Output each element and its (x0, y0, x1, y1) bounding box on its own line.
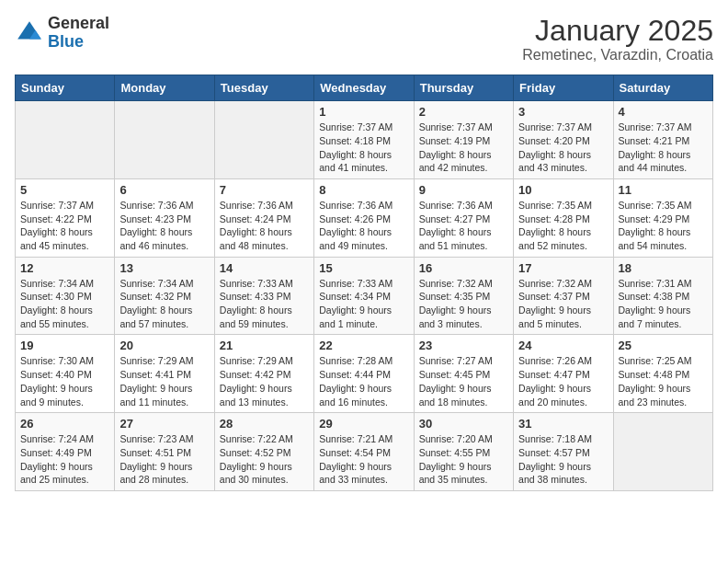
day-number: 28 (220, 417, 309, 431)
day-number: 31 (518, 417, 608, 431)
day-cell: 3Sunrise: 7:37 AM Sunset: 4:20 PM Daylig… (514, 101, 613, 179)
day-number: 5 (20, 183, 109, 197)
title-block: January 2025 Remetinec, Varazdin, Croati… (522, 15, 713, 63)
day-number: 9 (419, 183, 508, 197)
calendar-subtitle: Remetinec, Varazdin, Croatia (522, 47, 713, 63)
day-cell: 9Sunrise: 7:36 AM Sunset: 4:27 PM Daylig… (414, 178, 513, 257)
day-info: Sunrise: 7:30 AM Sunset: 4:40 PM Dayligh… (20, 354, 109, 408)
day-cell: 15Sunrise: 7:33 AM Sunset: 4:34 PM Dayli… (314, 257, 414, 335)
day-cell (613, 413, 712, 491)
week-row-2: 5Sunrise: 7:37 AM Sunset: 4:22 PM Daylig… (16, 178, 713, 257)
day-number: 8 (319, 183, 408, 197)
day-info: Sunrise: 7:29 AM Sunset: 4:42 PM Dayligh… (220, 354, 309, 408)
logo-general: General (48, 15, 109, 33)
day-info: Sunrise: 7:37 AM Sunset: 4:20 PM Dayligh… (518, 121, 608, 175)
day-info: Sunrise: 7:36 AM Sunset: 4:26 PM Dayligh… (319, 199, 408, 253)
day-cell: 12Sunrise: 7:34 AM Sunset: 4:30 PM Dayli… (16, 257, 115, 335)
day-info: Sunrise: 7:36 AM Sunset: 4:23 PM Dayligh… (119, 199, 209, 253)
day-cell: 2Sunrise: 7:37 AM Sunset: 4:19 PM Daylig… (414, 101, 513, 179)
week-row-3: 12Sunrise: 7:34 AM Sunset: 4:30 PM Dayli… (16, 257, 713, 335)
day-cell (115, 101, 214, 179)
day-number: 22 (319, 339, 408, 352)
logo: General Blue (15, 15, 109, 52)
day-number: 17 (518, 261, 608, 275)
day-info: Sunrise: 7:33 AM Sunset: 4:34 PM Dayligh… (319, 277, 408, 331)
logo-blue: Blue (48, 33, 109, 52)
week-row-1: 1Sunrise: 7:37 AM Sunset: 4:18 PM Daylig… (16, 101, 713, 179)
day-cell: 29Sunrise: 7:21 AM Sunset: 4:54 PM Dayli… (314, 413, 414, 491)
header-cell-thursday: Thursday (414, 75, 513, 101)
day-number: 18 (619, 261, 708, 275)
day-info: Sunrise: 7:34 AM Sunset: 4:30 PM Dayligh… (20, 277, 109, 331)
day-number: 21 (220, 339, 309, 352)
day-cell: 10Sunrise: 7:35 AM Sunset: 4:28 PM Dayli… (514, 178, 613, 257)
day-info: Sunrise: 7:37 AM Sunset: 4:22 PM Dayligh… (20, 199, 109, 253)
calendar-body: 1Sunrise: 7:37 AM Sunset: 4:18 PM Daylig… (16, 101, 713, 491)
day-info: Sunrise: 7:36 AM Sunset: 4:27 PM Dayligh… (419, 199, 508, 253)
day-info: Sunrise: 7:21 AM Sunset: 4:54 PM Dayligh… (319, 432, 408, 487)
day-number: 12 (20, 261, 109, 275)
day-number: 26 (20, 417, 109, 431)
header-cell-sunday: Sunday (16, 75, 115, 101)
day-cell: 19Sunrise: 7:30 AM Sunset: 4:40 PM Dayli… (16, 335, 115, 413)
day-cell: 26Sunrise: 7:24 AM Sunset: 4:49 PM Dayli… (16, 413, 115, 491)
day-cell: 17Sunrise: 7:32 AM Sunset: 4:37 PM Dayli… (514, 257, 613, 335)
day-number: 23 (419, 339, 508, 352)
day-info: Sunrise: 7:37 AM Sunset: 4:18 PM Dayligh… (319, 121, 408, 175)
day-number: 1 (319, 105, 408, 119)
day-cell: 14Sunrise: 7:33 AM Sunset: 4:33 PM Dayli… (214, 257, 313, 335)
day-cell: 24Sunrise: 7:26 AM Sunset: 4:47 PM Dayli… (514, 335, 613, 413)
day-number: 19 (20, 339, 109, 352)
day-cell: 20Sunrise: 7:29 AM Sunset: 4:41 PM Dayli… (115, 335, 214, 413)
day-number: 11 (619, 183, 708, 197)
calendar-table: SundayMondayTuesdayWednesdayThursdayFrid… (15, 75, 713, 491)
day-cell: 16Sunrise: 7:32 AM Sunset: 4:35 PM Dayli… (414, 257, 513, 335)
day-number: 6 (119, 183, 209, 197)
day-cell: 5Sunrise: 7:37 AM Sunset: 4:22 PM Daylig… (16, 178, 115, 257)
day-info: Sunrise: 7:35 AM Sunset: 4:28 PM Dayligh… (518, 199, 608, 253)
day-number: 4 (619, 105, 708, 119)
day-info: Sunrise: 7:26 AM Sunset: 4:47 PM Dayligh… (518, 354, 608, 408)
day-info: Sunrise: 7:35 AM Sunset: 4:29 PM Dayligh… (619, 199, 708, 253)
header-row: SundayMondayTuesdayWednesdayThursdayFrid… (16, 75, 713, 101)
day-info: Sunrise: 7:20 AM Sunset: 4:55 PM Dayligh… (419, 432, 508, 487)
day-cell (214, 101, 313, 179)
day-number: 3 (518, 105, 608, 119)
day-number: 13 (119, 261, 209, 275)
header-cell-monday: Monday (115, 75, 214, 101)
day-number: 24 (518, 339, 608, 352)
day-info: Sunrise: 7:31 AM Sunset: 4:38 PM Dayligh… (619, 277, 708, 331)
day-info: Sunrise: 7:34 AM Sunset: 4:32 PM Dayligh… (119, 277, 209, 331)
week-row-5: 26Sunrise: 7:24 AM Sunset: 4:49 PM Dayli… (16, 413, 713, 491)
day-cell: 18Sunrise: 7:31 AM Sunset: 4:38 PM Dayli… (613, 257, 712, 335)
header-cell-friday: Friday (514, 75, 613, 101)
day-info: Sunrise: 7:18 AM Sunset: 4:57 PM Dayligh… (518, 432, 608, 487)
day-number: 10 (518, 183, 608, 197)
header-cell-saturday: Saturday (613, 75, 712, 101)
day-cell: 11Sunrise: 7:35 AM Sunset: 4:29 PM Dayli… (613, 178, 712, 257)
day-info: Sunrise: 7:27 AM Sunset: 4:45 PM Dayligh… (419, 354, 508, 408)
logo-icon (15, 18, 44, 48)
day-number: 2 (419, 105, 508, 119)
day-cell: 22Sunrise: 7:28 AM Sunset: 4:44 PM Dayli… (314, 335, 414, 413)
day-info: Sunrise: 7:28 AM Sunset: 4:44 PM Dayligh… (319, 354, 408, 408)
day-info: Sunrise: 7:37 AM Sunset: 4:19 PM Dayligh… (419, 121, 508, 175)
day-cell: 28Sunrise: 7:22 AM Sunset: 4:52 PM Dayli… (214, 413, 313, 491)
day-info: Sunrise: 7:29 AM Sunset: 4:41 PM Dayligh… (119, 354, 209, 408)
header: General Blue January 2025 Remetinec, Var… (15, 15, 713, 63)
day-number: 15 (319, 261, 408, 275)
day-info: Sunrise: 7:36 AM Sunset: 4:24 PM Dayligh… (220, 199, 309, 253)
day-info: Sunrise: 7:24 AM Sunset: 4:49 PM Dayligh… (20, 432, 109, 487)
day-number: 14 (220, 261, 309, 275)
day-cell: 23Sunrise: 7:27 AM Sunset: 4:45 PM Dayli… (414, 335, 513, 413)
day-cell (16, 101, 115, 179)
day-info: Sunrise: 7:23 AM Sunset: 4:51 PM Dayligh… (119, 432, 209, 487)
calendar-container: General Blue January 2025 Remetinec, Var… (0, 0, 728, 502)
header-cell-tuesday: Tuesday (214, 75, 313, 101)
day-cell: 31Sunrise: 7:18 AM Sunset: 4:57 PM Dayli… (514, 413, 613, 491)
day-number: 7 (220, 183, 309, 197)
day-cell: 1Sunrise: 7:37 AM Sunset: 4:18 PM Daylig… (314, 101, 414, 179)
day-cell: 21Sunrise: 7:29 AM Sunset: 4:42 PM Dayli… (214, 335, 313, 413)
calendar-title: January 2025 (522, 15, 713, 47)
day-number: 30 (419, 417, 508, 431)
